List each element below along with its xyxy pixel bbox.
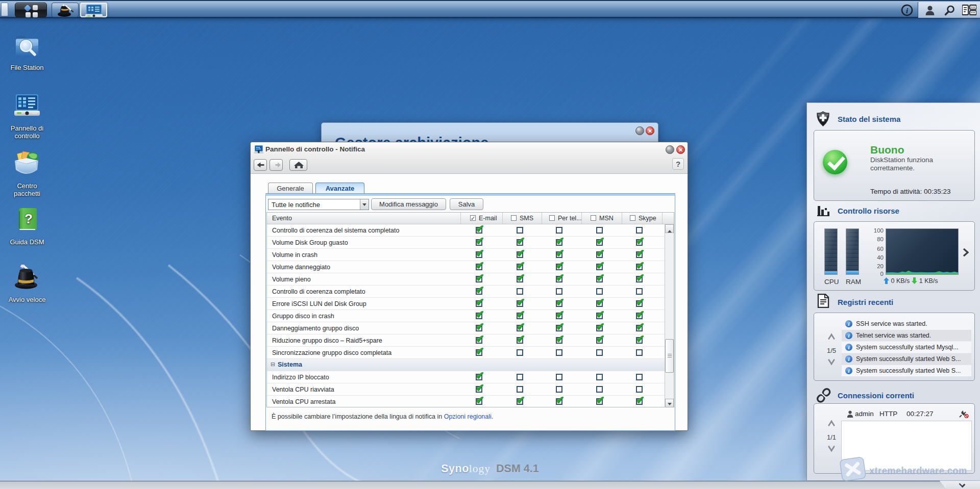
svg-text:?: ? — [24, 211, 33, 226]
svg-text:i: i — [906, 7, 909, 15]
